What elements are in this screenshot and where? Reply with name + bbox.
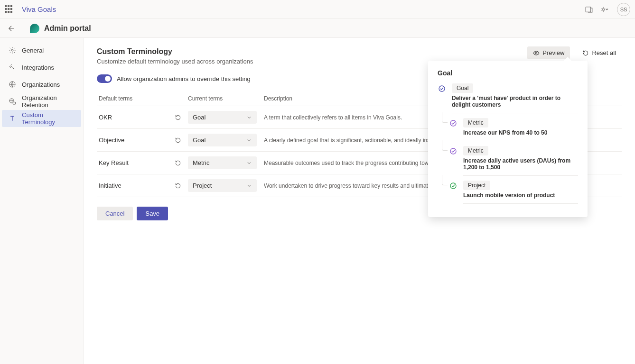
popover-title: Goal (438, 69, 578, 77)
reset-row-icon[interactable] (175, 182, 184, 189)
preview-text: Increase our NPS from 40 to 50 (463, 129, 578, 141)
reset-row-icon[interactable] (175, 114, 184, 121)
reset-row-icon[interactable] (175, 137, 184, 144)
svg-rect-0 (586, 7, 591, 12)
chevron-down-icon (246, 160, 252, 166)
toggle-label: Allow organization admins to override th… (117, 75, 251, 82)
preview-item: Project Launch mobile version of product (449, 181, 578, 204)
preview-text: Increase daily active users (DAUs) from … (463, 157, 578, 176)
save-button[interactable]: Save (137, 207, 168, 220)
current-term-dropdown[interactable]: Goal (188, 111, 257, 124)
override-toggle[interactable] (97, 74, 112, 83)
preview-item-icon (449, 119, 458, 127)
chevron-down-icon (246, 183, 252, 189)
main-content: Preview Reset all Custom Terminology Cus… (84, 38, 635, 364)
chevron-down-icon (246, 137, 252, 143)
default-term: Key Result (97, 152, 173, 174)
preview-chip: Metric (463, 118, 488, 127)
current-term-dropdown[interactable]: Goal (188, 134, 257, 146)
chevron-down-icon (246, 115, 252, 120)
current-term-dropdown[interactable]: Metric (188, 156, 257, 169)
ms-apps-icon[interactable] (585, 5, 593, 14)
back-button[interactable] (5, 22, 18, 35)
sidebar-item-general[interactable]: General (2, 42, 81, 59)
svg-point-7 (439, 86, 445, 91)
sidebar: General Integrations Organizations Organ… (0, 38, 84, 364)
default-term: OKR (97, 106, 173, 129)
default-term: Initiative (97, 174, 173, 197)
cancel-button[interactable]: Cancel (97, 207, 133, 220)
reset-row-icon[interactable] (175, 160, 184, 166)
avatar[interactable]: SS (617, 3, 630, 16)
svg-point-1 (602, 8, 605, 10)
preview-item: Metric Increase daily active users (DAUs… (449, 146, 578, 176)
divider (23, 23, 23, 34)
app-name[interactable]: Viva Goals (22, 5, 56, 13)
svg-point-6 (535, 52, 537, 54)
svg-point-10 (450, 183, 456, 189)
preview-text: Deliver a 'must have' product in order t… (452, 95, 578, 113)
preview-text: Launch mobile version of product (463, 192, 578, 204)
preview-item: Metric Increase our NPS from 40 to 50 (449, 118, 578, 141)
col-header-default: Default terms (97, 91, 173, 106)
settings-dropdown-icon[interactable] (600, 5, 610, 14)
sidebar-item-label: Organization Retention (22, 94, 75, 109)
svg-point-9 (450, 148, 456, 154)
sidebar-item-label: Custom Terminology (22, 111, 75, 126)
globe-icon (9, 81, 16, 88)
sidebar-item-label: Organizations (22, 81, 60, 88)
top-bar: Viva Goals SS (0, 0, 635, 19)
sidebar-item-organizations[interactable]: Organizations (2, 76, 81, 93)
preview-popover: Goal Goal Deliver a 'must have' product … (428, 61, 588, 217)
globe-lock-icon (9, 98, 16, 105)
gear-icon (9, 46, 16, 54)
subheader-title: Admin portal (44, 24, 91, 33)
svg-point-2 (11, 49, 13, 51)
preview-item-icon (438, 84, 446, 93)
preview-chip: Goal (452, 83, 473, 93)
preview-item-icon (449, 182, 458, 190)
preview-item: Goal Deliver a 'must have' product in or… (438, 83, 578, 113)
svg-point-8 (450, 120, 456, 126)
reset-all-button[interactable]: Reset all (577, 46, 622, 59)
preview-item-icon (449, 147, 458, 155)
col-header-current: Current terms (186, 91, 262, 106)
current-term-dropdown[interactable]: Project (188, 179, 257, 192)
eye-icon (533, 50, 540, 56)
text-icon (9, 115, 16, 122)
sidebar-item-label: Integrations (22, 64, 54, 71)
preview-chip: Metric (463, 146, 488, 155)
sidebar-item-custom-terminology[interactable]: Custom Terminology (2, 110, 81, 127)
reset-icon (582, 50, 589, 56)
sidebar-item-label: General (22, 47, 44, 54)
preview-chip: Project (463, 181, 490, 190)
sidebar-item-integrations[interactable]: Integrations (2, 59, 81, 76)
app-launcher-icon[interactable] (5, 5, 13, 14)
sub-header: Admin portal (0, 19, 635, 38)
plug-icon (9, 64, 16, 71)
sidebar-item-org-retention[interactable]: Organization Retention (2, 93, 81, 110)
default-term: Objective (97, 129, 173, 152)
viva-logo-icon (30, 24, 39, 33)
